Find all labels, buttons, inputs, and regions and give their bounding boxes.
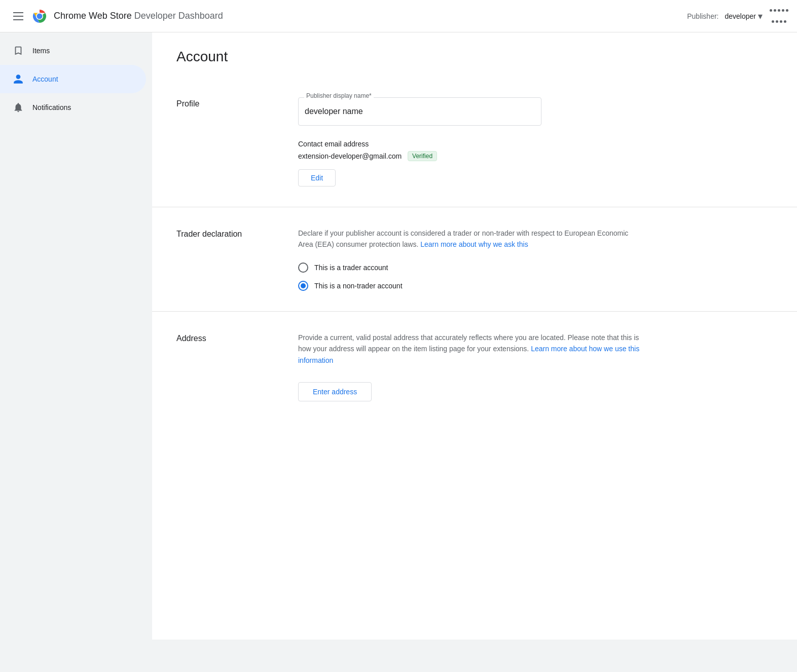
address-content: Provide a current, valid postal address … [298,332,773,401]
app-title: Chrome Web Store Developer Dashboard [54,11,223,21]
contact-email-label: Contact email address [298,140,773,148]
sidebar-item-account[interactable]: Account [0,65,146,93]
trader-radio-circle[interactable] [298,263,308,273]
bookmark-icon [12,45,24,57]
profile-section: Profile Publisher display name* Contact … [152,77,797,207]
publisher-dropdown[interactable]: developer ▾ [725,11,763,22]
svg-point-2 [37,13,43,19]
trader-option-label: This is a trader account [314,264,388,272]
trader-section: Trader declaration Declare if your publi… [152,207,797,311]
bell-icon [12,101,24,114]
layout: Items Account Notifications Account Prof… [0,0,797,640]
logo-area: Chrome Web Store Developer Dashboard [30,7,223,25]
trader-learn-more-link[interactable]: Learn more about why we ask this [420,240,528,248]
apps-grid-icon[interactable] [769,6,789,26]
person-icon [12,73,24,85]
chevron-down-icon: ▾ [758,11,763,22]
edit-button[interactable]: Edit [298,169,336,186]
email-address: extension-developer@gmail.com [298,152,402,160]
profile-label: Profile [176,97,298,186]
non-trader-radio-circle[interactable] [298,281,308,291]
address-description: Provide a current, valid postal address … [298,332,643,366]
trader-description: Declare if your publisher account is con… [298,228,643,250]
trader-label: Trader declaration [176,228,298,291]
top-nav: Chrome Web Store Developer Dashboard Pub… [0,0,797,32]
address-section: Address Provide a current, valid postal … [152,311,797,422]
publisher-field-label: Publisher display name* [304,92,374,99]
sidebar-account-label: Account [32,75,58,83]
profile-content: Publisher display name* Contact email ad… [298,97,773,186]
verified-badge: Verified [408,151,437,161]
non-trader-account-option[interactable]: This is a non-trader account [298,281,773,291]
non-trader-option-label: This is a non-trader account [314,282,403,290]
trader-account-option[interactable]: This is a trader account [298,263,773,273]
sidebar-item-notifications[interactable]: Notifications [0,93,146,122]
chrome-logo [30,7,49,25]
email-row: extension-developer@gmail.com Verified [298,151,773,161]
publisher-display-name-input[interactable] [298,97,541,126]
contact-email-section: Contact email address extension-develope… [298,140,773,186]
trader-content: Declare if your publisher account is con… [298,228,773,291]
publisher-name-field-group: Publisher display name* [298,97,773,126]
sidebar-item-items[interactable]: Items [0,36,146,65]
address-label: Address [176,332,298,401]
menu-icon[interactable] [8,6,28,26]
main-content: Account Profile Publisher display name* … [152,32,797,640]
sidebar: Items Account Notifications [0,32,152,640]
page-title: Account [152,32,797,77]
publisher-name-wrapper: Publisher display name* [298,97,541,126]
sidebar-items-label: Items [32,47,50,55]
enter-address-button[interactable]: Enter address [298,382,372,401]
sidebar-notifications-label: Notifications [32,103,71,111]
publisher-label: Publisher: [687,12,718,20]
trader-radio-group: This is a trader account This is a non-t… [298,263,773,291]
nav-right: Publisher: developer ▾ [687,6,789,26]
